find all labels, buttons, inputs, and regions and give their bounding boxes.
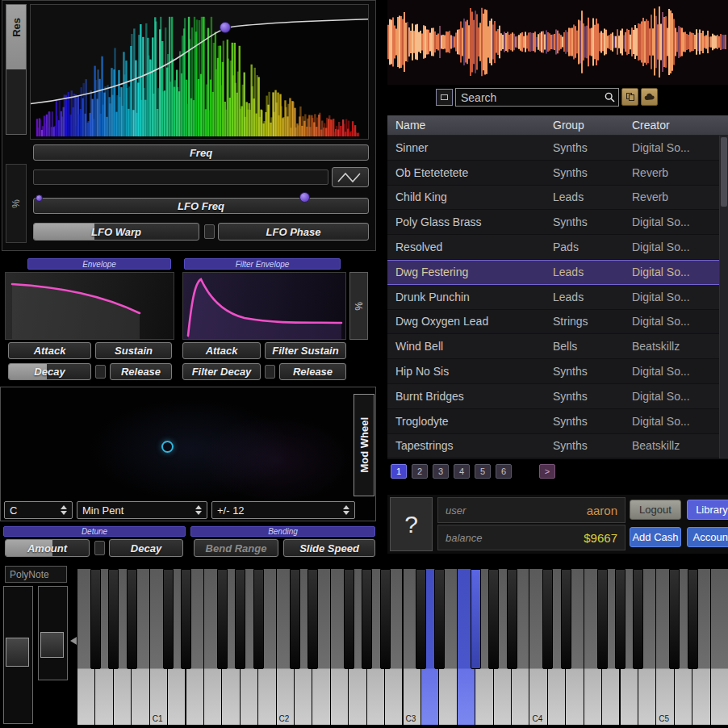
key-C#2[interactable] — [290, 569, 300, 669]
key-C#1[interactable] — [163, 569, 174, 669]
mini-display[interactable] — [204, 224, 215, 239]
key-F#1[interactable] — [217, 569, 228, 669]
preset-row[interactable]: TroglodyteSynthsDigital So... — [387, 409, 728, 434]
lfo-marker-dot[interactable] — [36, 195, 43, 202]
lfo-warp-slider[interactable]: LFO Warp — [33, 223, 199, 241]
search-box[interactable] — [455, 88, 619, 107]
column-name[interactable]: Name — [387, 119, 553, 132]
bend-range-dropdown[interactable]: +/- 12 — [211, 501, 355, 519]
key-D#2[interactable] — [308, 569, 318, 669]
key-A#0[interactable] — [127, 569, 137, 669]
logout-button[interactable]: Logout — [630, 500, 681, 520]
key-A#3[interactable] — [507, 569, 517, 669]
column-group[interactable]: Group — [553, 119, 632, 132]
key-A#1[interactable] — [253, 569, 264, 669]
cloud-upload-button[interactable] — [641, 88, 658, 106]
detune-decay-slider[interactable]: Decay — [109, 539, 183, 557]
key-D#4[interactable] — [561, 569, 571, 669]
filter-cutoff-handle[interactable] — [220, 22, 231, 33]
filter-attack-slider[interactable]: Attack — [182, 342, 261, 359]
preset-row[interactable]: Burnt BridgesSynthsDigital So... — [387, 384, 728, 409]
attack-slider[interactable]: Attack — [8, 342, 91, 359]
release-slider[interactable]: Release — [110, 363, 172, 380]
filter-decay-slider[interactable]: Filter Decay — [182, 363, 261, 380]
preset-table-header[interactable]: Name Group Creator — [387, 115, 728, 136]
lfo-waveform-button[interactable] — [332, 167, 369, 187]
mini-display[interactable] — [95, 365, 106, 379]
lfo-freq-slider[interactable]: LFO Freq — [33, 198, 369, 214]
pitch-wheel-handle[interactable] — [6, 638, 29, 667]
scrollbar[interactable] — [719, 136, 728, 458]
filter-release-slider[interactable]: Release — [279, 363, 346, 380]
key-C#5[interactable] — [669, 569, 680, 669]
freq-slider[interactable]: Freq — [33, 144, 369, 161]
key-A#2[interactable] — [380, 569, 391, 669]
lfo-amount-slider[interactable]: % — [6, 164, 27, 243]
mod-wheel-handle[interactable] — [40, 632, 64, 658]
duplicate-preset-button[interactable] — [621, 88, 638, 106]
preset-row[interactable]: Ob EteteteteteSynthsReverb — [387, 161, 728, 186]
preset-row[interactable]: ResolvedPadsDigital So... — [387, 235, 728, 260]
key-A#4[interactable] — [633, 569, 643, 669]
mod-wheel[interactable] — [38, 586, 68, 680]
page-button-1[interactable]: 1 — [391, 464, 407, 479]
lfo-freq-handle[interactable] — [299, 192, 310, 203]
add-cash-button[interactable]: Add Cash — [630, 527, 681, 547]
preset-row[interactable]: Dwg Oxygen LeadStringsDigital So... — [387, 310, 728, 335]
key-D#1[interactable] — [181, 569, 191, 669]
slide-speed-slider[interactable]: Slide Speed — [283, 539, 375, 557]
key-F#2[interactable] — [344, 569, 354, 669]
page-button-2[interactable]: 2 — [412, 464, 428, 479]
xy-pad[interactable]: Mod Wheel C Min Pent +/- 12 — [0, 387, 376, 521]
column-creator[interactable]: Creator — [632, 119, 728, 132]
key-D#3[interactable] — [434, 569, 445, 669]
amp-envelope-display[interactable] — [5, 272, 174, 340]
account-button[interactable]: Account — [687, 527, 728, 547]
key-G#0[interactable] — [108, 569, 119, 669]
key-F#4[interactable] — [597, 569, 608, 669]
bend-range-slider[interactable]: Bend Range — [194, 539, 278, 557]
page-button-3[interactable]: 3 — [433, 464, 449, 479]
preset-row[interactable]: Drunk PunchinLeadsDigital So... — [387, 285, 728, 310]
mod-wheel-strip[interactable]: Mod Wheel — [354, 394, 374, 496]
key-dropdown[interactable]: C — [4, 501, 73, 519]
help-button[interactable]: ? — [390, 497, 433, 551]
preset-row[interactable]: TapestringsSynthsBeatskillz — [387, 434, 728, 459]
xy-pad-cursor[interactable] — [161, 441, 174, 453]
key-D#5[interactable] — [688, 569, 698, 669]
key-G#2[interactable] — [362, 569, 372, 669]
key-F5[interactable] — [711, 569, 728, 725]
key-C#4[interactable] — [542, 569, 553, 669]
filter-envelope-display[interactable] — [182, 272, 346, 340]
key-F#3[interactable] — [471, 569, 481, 669]
decay-slider[interactable]: Decay — [8, 363, 91, 380]
scale-dropdown[interactable]: Min Pent — [77, 501, 207, 519]
mini-display[interactable] — [265, 365, 275, 379]
preset-row[interactable]: Poly Glass BrassSynthsDigital So... — [387, 210, 728, 235]
lfo-phase-slider[interactable]: LFO Phase — [218, 223, 369, 241]
preset-row[interactable]: Hip No SisSynthsDigital So... — [387, 359, 728, 384]
key-G#1[interactable] — [235, 569, 245, 669]
page-button-5[interactable]: 5 — [475, 464, 491, 479]
library-button[interactable]: Library — [687, 500, 728, 520]
key-G#3[interactable] — [488, 569, 499, 669]
resonance-slider[interactable]: Res — [6, 4, 27, 135]
lfo-depth-track[interactable] — [33, 169, 328, 185]
filter-spectrum-display[interactable] — [30, 4, 369, 140]
page-button-4[interactable]: 4 — [454, 464, 470, 479]
scrollbar-thumb[interactable] — [721, 137, 727, 207]
preset-row[interactable]: Wind BellBellsBeatskillz — [387, 334, 728, 359]
key-F#0[interactable] — [90, 569, 101, 669]
piano-keyboard[interactable]: C1C2C3C4C5 — [77, 569, 728, 725]
preset-row[interactable]: Dwg FesteringLeadsDigital So... — [387, 260, 728, 285]
preset-row[interactable]: SinnerSynthsDigital So... — [387, 136, 728, 161]
page-button-6[interactable]: 6 — [496, 464, 512, 479]
key-G#4[interactable] — [615, 569, 625, 669]
display-toggle-button[interactable] — [436, 89, 453, 106]
detune-amount-slider[interactable]: Amount — [5, 539, 90, 557]
key-C#3[interactable] — [416, 569, 426, 669]
sustain-slider[interactable]: Sustain — [95, 342, 172, 359]
search-input[interactable] — [456, 91, 600, 104]
filter-sustain-slider[interactable]: Filter Sustain — [265, 342, 346, 359]
next-page-button[interactable]: > — [539, 464, 555, 479]
